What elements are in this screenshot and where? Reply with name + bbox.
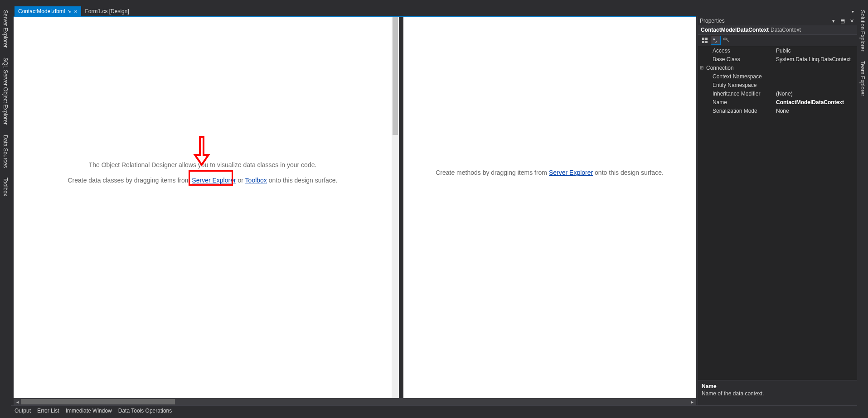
active-files-dropdown-icon[interactable]: ▾ [848, 6, 857, 16]
expand-icon[interactable]: ⊞ [698, 65, 705, 70]
bottom-tab-output[interactable]: Output [15, 408, 31, 414]
document-tab-bar: ContactModel.dbml ⇲ ✕ Form1.cs [Design] … [11, 6, 857, 16]
svg-rect-2 [702, 41, 704, 43]
editor-row: The Object Relational Designer allows yo… [11, 16, 857, 405]
bottom-padding [11, 415, 857, 418]
tab-label: ContactModel.dbml [18, 8, 65, 14]
svg-text:Z: Z [715, 40, 718, 43]
prop-row-connection[interactable]: ⊞ Connection [698, 63, 857, 72]
link-toolbox[interactable]: Toolbox [245, 177, 267, 184]
designer-watermark: The Object Relational Designer allows yo… [14, 161, 392, 184]
center-column: ContactModel.dbml ⇲ ✕ Form1.cs [Design] … [11, 6, 857, 418]
property-pages-icon[interactable] [722, 36, 732, 45]
description-header: Name [702, 383, 853, 389]
prop-row-serialization-mode[interactable]: Serialization Mode None [698, 106, 857, 115]
selected-object-name: ContactModelDataContext [701, 27, 769, 33]
bottom-tool-tabs: Output Error List Immediate Window Data … [11, 405, 857, 415]
tab-label: Form1.cs [Design] [85, 8, 129, 14]
close-icon[interactable]: ✕ [74, 9, 78, 14]
left-tab-sql-server-object-explorer[interactable]: SQL Server Object Explorer [1, 56, 10, 126]
tab-form1-design[interactable]: Form1.cs [Design] [81, 6, 132, 16]
bottom-tab-data-tools-operations[interactable]: Data Tools Operations [118, 408, 172, 414]
designer-panels: The Object Relational Designer allows yo… [14, 16, 696, 398]
categorized-view-icon[interactable] [700, 36, 710, 45]
left-tab-data-sources[interactable]: Data Sources [1, 133, 10, 170]
properties-title: Properties [700, 18, 828, 24]
watermark-line1: The Object Relational Designer allows yo… [23, 161, 383, 168]
vertical-scrollbar[interactable] [392, 17, 399, 398]
properties-titlebar: Properties ▾ ⬒ ✕ [698, 16, 857, 25]
prop-row-inheritance-modifier[interactable]: Inheritance Modifier (None) [698, 89, 857, 98]
prop-row-entity-namespace[interactable]: Entity Namespace [698, 81, 857, 89]
properties-object-selector[interactable]: ContactModelDataContext DataContext [698, 25, 857, 35]
entities-design-surface[interactable]: The Object Relational Designer allows yo… [14, 17, 399, 398]
scroll-left-icon[interactable]: ◂ [14, 398, 21, 405]
properties-grid: Access Public Base Class System.Data.Lin… [698, 46, 857, 380]
auto-hide-pin-icon[interactable]: ⬒ [839, 17, 846, 24]
left-tool-strip: Server Explorer SQL Server Object Explor… [0, 6, 11, 418]
methods-design-surface[interactable]: Create methods by dragging items from Se… [403, 17, 696, 398]
properties-panel: Properties ▾ ⬒ ✕ ContactModelDataContext… [698, 16, 857, 405]
main-row: Server Explorer SQL Server Object Explor… [0, 6, 868, 418]
bottom-tab-error-list[interactable]: Error List [37, 408, 59, 414]
right-tool-strip: Solution Explorer Team Explorer [857, 6, 868, 418]
watermark-line2: Create data classes by dragging items fr… [23, 177, 383, 184]
selected-object-type: DataContext [771, 27, 801, 33]
properties-toolbar: AZ [698, 35, 857, 46]
scrollbar-thumb-h[interactable] [21, 399, 175, 404]
horizontal-scrollbar[interactable]: ◂ ▸ [14, 398, 696, 405]
top-padding [0, 0, 868, 6]
close-panel-icon[interactable]: ✕ [848, 17, 855, 24]
window-position-icon[interactable]: ▾ [830, 17, 837, 24]
svg-rect-0 [702, 38, 704, 40]
bottom-tab-immediate-window[interactable]: Immediate Window [66, 408, 112, 414]
tab-contactmodel-dbml[interactable]: ContactModel.dbml ⇲ ✕ [15, 6, 81, 16]
properties-description: Name Name of the data context. [698, 380, 857, 405]
prop-row-context-namespace[interactable]: Context Namespace [698, 72, 857, 81]
right-tab-solution-explorer[interactable]: Solution Explorer [858, 8, 867, 53]
methods-watermark: Create methods by dragging items from Se… [403, 168, 696, 177]
panel-splitter[interactable] [399, 17, 403, 398]
scroll-right-icon[interactable]: ▸ [689, 398, 696, 405]
alphabetical-view-icon[interactable]: AZ [711, 36, 721, 45]
link-server-explorer-methods[interactable]: Server Explorer [549, 169, 593, 176]
prop-row-access[interactable]: Access Public [698, 46, 857, 55]
left-tab-server-explorer[interactable]: Server Explorer [1, 8, 10, 49]
pin-icon[interactable]: ⇲ [68, 9, 71, 14]
left-tab-toolbox[interactable]: Toolbox [1, 176, 10, 198]
link-server-explorer[interactable]: Server Explorer [192, 177, 236, 184]
scrollbar-thumb[interactable] [393, 17, 398, 135]
svg-rect-3 [705, 41, 708, 43]
designer-wrap: The Object Relational Designer allows yo… [11, 16, 698, 405]
right-tab-team-explorer[interactable]: Team Explorer [858, 59, 867, 98]
description-body: Name of the data context. [702, 390, 853, 397]
svg-rect-1 [705, 38, 708, 40]
prop-row-name[interactable]: Name ContactModelDataContext [698, 98, 857, 106]
prop-row-base-class[interactable]: Base Class System.Data.Linq.DataContext [698, 55, 857, 63]
